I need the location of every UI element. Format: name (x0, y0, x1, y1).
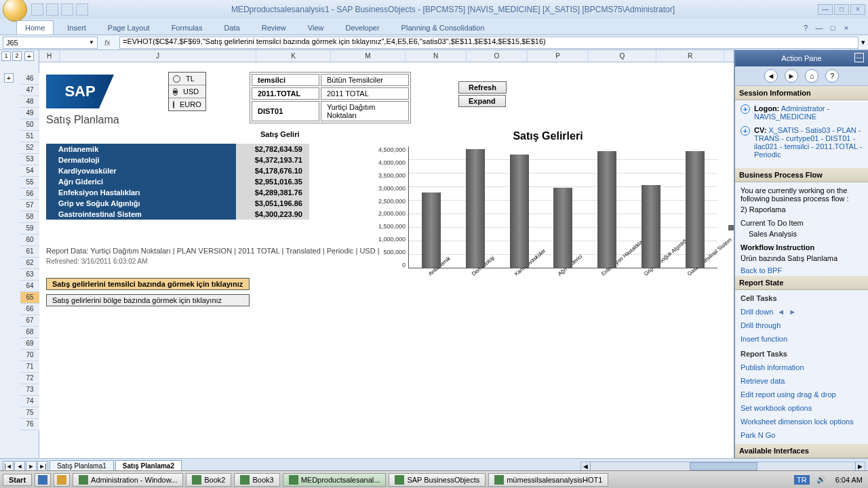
fx-icon[interactable]: fx (104, 39, 115, 47)
row-header[interactable]: 73 (20, 384, 39, 396)
col-header[interactable]: M (331, 50, 406, 62)
row-header[interactable]: 67 (20, 315, 39, 327)
row-header[interactable]: 54 (20, 165, 39, 177)
ribbon-tab-formulas[interactable]: Formulas (163, 21, 211, 35)
row-header[interactable]: 70 (20, 350, 39, 361)
report-task-link[interactable]: Retrieve data (741, 374, 863, 388)
row-header[interactable]: 63 (20, 269, 39, 281)
row-header[interactable]: 68 (20, 327, 39, 338)
print-icon[interactable] (76, 3, 88, 16)
expand-logon-icon[interactable]: + (741, 104, 750, 114)
cell-task-link[interactable]: Drill through (741, 319, 863, 332)
ribbon-tab-planning-consolidation[interactable]: Planning & Consolidation (393, 21, 493, 35)
currency-euro[interactable]: EURO (169, 98, 205, 110)
refresh-button[interactable]: Refresh (458, 81, 507, 94)
ribbon-tab-home[interactable]: Home (16, 20, 54, 35)
cell-task-link[interactable]: Drill down ◄ ► (741, 305, 863, 319)
row-header[interactable]: 46 (20, 73, 39, 85)
save-icon[interactable] (31, 3, 43, 16)
arrow-left-icon[interactable]: ◄ (777, 308, 785, 316)
report-task-link[interactable]: Publish information (741, 361, 863, 374)
row-header[interactable]: 52 (20, 142, 39, 154)
report-task-link[interactable]: Set workbook options (741, 401, 863, 415)
row-header[interactable]: 74 (20, 396, 39, 407)
doc-close-icon[interactable]: × (841, 24, 852, 35)
col-header[interactable]: K (256, 50, 331, 62)
ribbon-tab-data[interactable]: Data (216, 21, 248, 35)
start-button[interactable]: Start (3, 474, 32, 486)
row-header[interactable]: 62 (20, 258, 39, 269)
quicklaunch-ie[interactable] (35, 473, 51, 487)
taskbar-item[interactable]: MEDproductsalesanal... (283, 473, 387, 487)
row-header[interactable]: 59 (20, 223, 39, 235)
row-header[interactable]: 58 (20, 211, 39, 223)
row-header[interactable]: 61 (20, 246, 39, 258)
worksheet[interactable]: HJKMNOPQR SAP Satış Planlama TLUSDEURO t… (39, 50, 734, 458)
row-header[interactable]: 72 (20, 373, 39, 384)
col-header[interactable]: N (406, 50, 467, 62)
row-header[interactable]: 66 (20, 304, 39, 315)
nav-forward-icon[interactable]: ► (785, 69, 798, 83)
taskbar-item[interactable]: Book3 (234, 473, 279, 487)
row-header[interactable]: 69 (20, 338, 39, 350)
row-header[interactable]: 71 (20, 361, 39, 373)
help-icon[interactable]: ? (800, 24, 811, 35)
drill-link-temsilci[interactable]: Satış gelirlerini temsilci bazında görme… (46, 278, 250, 290)
row-header[interactable]: 76 (20, 419, 39, 430)
outline-level-1[interactable]: 1 (1, 52, 11, 61)
redo-icon[interactable] (61, 3, 73, 16)
doc-restore-icon[interactable]: □ (827, 24, 838, 35)
row-header[interactable]: 56 (20, 188, 39, 200)
cell-task-link[interactable]: Insert function (741, 332, 863, 346)
row-header[interactable]: 60 (20, 235, 39, 246)
row-header[interactable]: 47 (20, 85, 39, 96)
ribbon-tab-insert[interactable]: Insert (59, 21, 94, 35)
ribbon-tab-review[interactable]: Review (254, 21, 294, 35)
minimize-button[interactable]: — (818, 4, 833, 15)
close-button[interactable]: × (850, 4, 865, 15)
outline-expand-col[interactable]: + (24, 52, 34, 61)
row-header[interactable]: 53 (20, 154, 39, 165)
row-header[interactable]: 48 (20, 96, 39, 108)
formula-expand-icon[interactable]: ▾ (859, 38, 868, 47)
dropdown-icon[interactable]: ▼ (89, 39, 94, 45)
tray-lang[interactable]: TR (794, 475, 810, 485)
horizontal-scrollbar[interactable]: ◄ ► (580, 462, 865, 471)
currency-tl[interactable]: TL (169, 73, 205, 85)
tray-clock[interactable]: 6:04 AM (833, 476, 865, 484)
row-header[interactable]: 57 (20, 200, 39, 211)
drill-link-bolge[interactable]: Satış gelirlerini bölge bazında görmek i… (46, 294, 250, 306)
col-header[interactable]: H (39, 50, 60, 62)
row-header[interactable]: 55 (20, 177, 39, 188)
tray-volume-icon[interactable]: 🔊 (814, 475, 829, 484)
ribbon-tab-developer[interactable]: Developer (337, 21, 387, 35)
outline-expand-row[interactable]: + (4, 73, 14, 83)
col-header[interactable]: J (60, 50, 256, 62)
quicklaunch-explorer[interactable] (54, 473, 70, 487)
nav-back-icon[interactable]: ◄ (764, 69, 778, 83)
report-task-link[interactable]: Worksheet dimension lock options (741, 415, 863, 428)
nav-help-icon[interactable]: ? (825, 69, 839, 83)
back-to-bpf-link[interactable]: Back to BPF (741, 266, 782, 274)
ribbon-minimize-icon[interactable]: — (814, 24, 825, 35)
col-header[interactable]: Q (589, 50, 656, 62)
expand-button[interactable]: Expand (458, 95, 506, 107)
row-header[interactable]: 75 (20, 407, 39, 419)
undo-icon[interactable] (46, 3, 58, 16)
formula-text[interactable] (123, 37, 855, 45)
col-header[interactable]: P (528, 50, 589, 62)
hscroll-thumb[interactable] (690, 462, 757, 470)
pane-minimize-icon[interactable]: — (854, 53, 864, 62)
ribbon-tab-page-layout[interactable]: Page Layout (100, 21, 158, 35)
maximize-button[interactable]: □ (834, 4, 849, 15)
arrow-right-icon[interactable]: ► (789, 308, 796, 316)
formula-input[interactable] (119, 37, 859, 49)
name-box[interactable]: J65 ▼ (3, 37, 98, 49)
nav-home-icon[interactable]: ⌂ (805, 69, 818, 83)
outline-level-2[interactable]: 2 (12, 52, 22, 61)
taskbar-item[interactable]: SAP BusinessObjects (389, 473, 486, 487)
row-header[interactable]: 65 (20, 292, 39, 304)
row-header[interactable]: 49 (20, 108, 39, 119)
col-header[interactable]: R (656, 50, 724, 62)
row-header[interactable]: 64 (20, 281, 39, 292)
